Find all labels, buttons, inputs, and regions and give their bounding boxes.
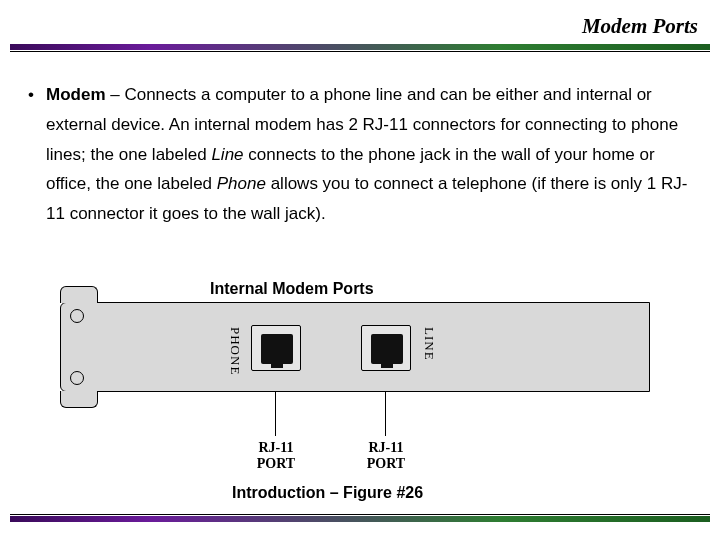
bullet-content: Modem – Connects a computer to a phone l… — [46, 80, 704, 229]
line-port — [361, 325, 411, 371]
port-label-right: RJ-11 PORT — [351, 440, 421, 472]
line-word: Line — [211, 145, 243, 164]
figure-caption: Introduction – Figure #26 — [232, 484, 423, 502]
phone-word: Phone — [217, 174, 266, 193]
bracket-plate: PHONE LINE — [60, 302, 650, 392]
port-label-line1: RJ-11 — [259, 440, 294, 455]
port-label-line2: PORT — [257, 456, 295, 471]
port-label-line2: PORT — [367, 456, 405, 471]
modem-figure: PHONE LINE RJ-11 PORT RJ-11 PORT — [60, 302, 650, 492]
port-label-left: RJ-11 PORT — [241, 440, 311, 472]
bullet-item: • Modem – Connects a computer to a phone… — [28, 80, 704, 229]
port-label-line1: RJ-11 — [369, 440, 404, 455]
phone-port — [251, 325, 301, 371]
bullet-marker: • — [28, 80, 46, 229]
top-divider — [10, 44, 710, 50]
screw-icon — [70, 371, 84, 385]
page-title: Modem Ports — [582, 14, 698, 39]
term-sep: – — [106, 85, 125, 104]
leader-line — [385, 392, 386, 436]
phone-vertical-label: PHONE — [227, 327, 243, 375]
figure-title: Internal Modem Ports — [210, 280, 374, 298]
body-text: • Modem – Connects a computer to a phone… — [28, 80, 704, 229]
bottom-divider — [10, 516, 710, 522]
line-vertical-label: LINE — [421, 327, 437, 361]
screw-icon — [70, 309, 84, 323]
rj11-jack-icon — [371, 334, 403, 364]
term-modem: Modem — [46, 85, 106, 104]
leader-line — [275, 392, 276, 436]
rj11-jack-icon — [261, 334, 293, 364]
